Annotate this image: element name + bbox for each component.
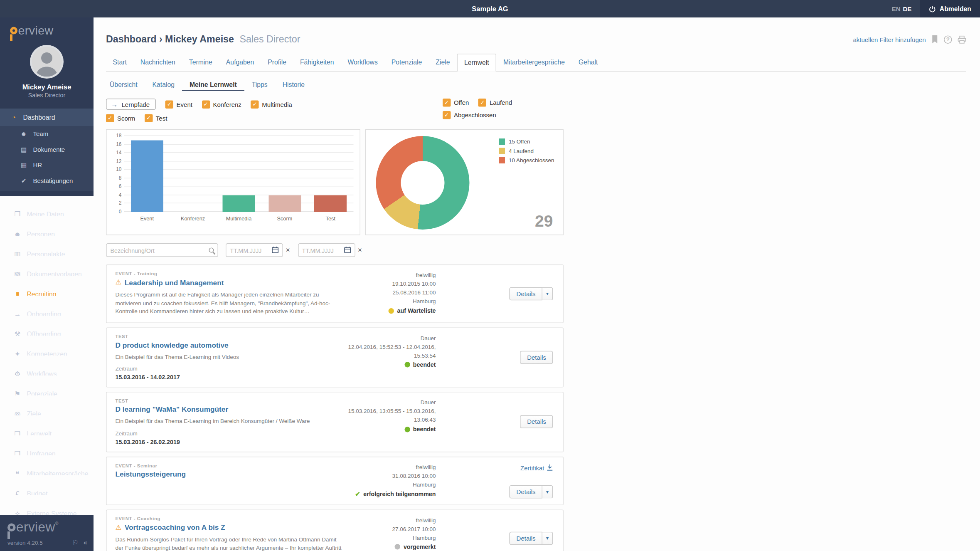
sidebar-item-potenziale[interactable]: ⚑ Potenziale bbox=[0, 376, 94, 395]
date-to-field[interactable] bbox=[298, 243, 355, 257]
tab-lernwelt[interactable]: Lernwelt bbox=[457, 54, 497, 72]
sidebar-item-workflows[interactable]: ⚙ Workflows bbox=[0, 356, 94, 376]
sidebar-item-mitarbeitergespraeche[interactable]: ❝ Mitarbeitergespräche bbox=[0, 455, 94, 475]
caret-down-icon[interactable]: ▾ bbox=[542, 287, 553, 300]
tab-start[interactable]: Start bbox=[106, 54, 133, 71]
subtab-uebersicht[interactable]: Übersicht bbox=[106, 78, 145, 91]
bar-chart-bars bbox=[124, 136, 354, 212]
course-title-link[interactable]: Leistungssteigerung bbox=[116, 470, 186, 477]
checkbox-abgeschlossen[interactable]: Abgeschlossen bbox=[443, 111, 496, 119]
details-button[interactable]: Details ▾ bbox=[510, 485, 553, 498]
tab-potenziale[interactable]: Potenziale bbox=[384, 54, 429, 71]
sidebar-item-lernwelt[interactable]: ❏ Lernwelt bbox=[0, 415, 94, 435]
meta-line: 27.06.2017 10:00 bbox=[311, 524, 436, 533]
page-subtitle: Sales Director bbox=[239, 34, 300, 45]
sidebar-item-bestaetigungen[interactable]: ✔ Bestätigungen bbox=[0, 173, 94, 189]
checkbox-checked-icon bbox=[478, 99, 487, 107]
tab-aufgaben[interactable]: Aufgaben bbox=[219, 54, 261, 71]
sidebar-item-dashboard[interactable]: ◔ Dashboard bbox=[0, 109, 94, 126]
sidebar-item-meine-daten[interactable]: ❒ Meine Daten bbox=[0, 196, 94, 216]
sidebar-item-dokumente[interactable]: ▤ Dokumente bbox=[0, 142, 94, 158]
details-button[interactable]: Details ▾ bbox=[510, 287, 553, 300]
sidebar-item-umfragen[interactable]: ❐ Umfragen bbox=[0, 435, 94, 455]
checkbox-konferenz[interactable]: Konferenz bbox=[202, 100, 241, 109]
checkbox-event[interactable]: Event bbox=[165, 100, 192, 109]
calendar-icon[interactable] bbox=[272, 245, 279, 256]
certificate-label[interactable]: Zertifikat bbox=[520, 465, 544, 472]
sidebar-item-label: Bestätigungen bbox=[33, 177, 73, 184]
lernwelt-subtabs: Übersicht Katalog Meine Lernwelt Tipps H… bbox=[106, 78, 966, 91]
details-label[interactable]: Details bbox=[510, 485, 542, 498]
hr-icon: ▦ bbox=[19, 162, 29, 169]
sidebar-item-onboarding[interactable]: → Onboarding bbox=[0, 296, 94, 316]
x-tick-label: Konferenz bbox=[170, 215, 216, 222]
team-icon: ☻ bbox=[19, 131, 29, 138]
caret-down-icon[interactable]: ▾ bbox=[542, 485, 553, 498]
date-from-input[interactable] bbox=[230, 247, 270, 254]
course-title-link[interactable]: D product knowledge automotive bbox=[116, 341, 229, 348]
subtab-katalog[interactable]: Katalog bbox=[145, 78, 182, 91]
tab-faehigkeiten[interactable]: Fähigkeiten bbox=[293, 54, 340, 71]
search-icon[interactable] bbox=[209, 248, 214, 253]
sidebar-item-hr[interactable]: ▦ HR bbox=[0, 157, 94, 173]
details-label[interactable]: Details bbox=[520, 351, 553, 364]
print-icon[interactable] bbox=[958, 35, 966, 44]
warning-icon: ⚠ bbox=[116, 278, 122, 287]
search-field[interactable] bbox=[106, 243, 218, 257]
checkbox-test[interactable]: Test bbox=[145, 114, 167, 123]
checkbox-multimedia[interactable]: Multimedia bbox=[251, 100, 292, 109]
tab-mitarbeitergespraeche[interactable]: Mitarbeitergespräche bbox=[497, 54, 572, 71]
clear-date-icon[interactable]: ✕ bbox=[357, 247, 362, 253]
sidebar-item-personalakte[interactable]: ▥ Personalakte bbox=[0, 236, 94, 256]
subtab-historie[interactable]: Historie bbox=[275, 78, 312, 91]
meta-line: 25.08.2016 11:00 bbox=[311, 288, 436, 297]
details-button[interactable]: Details bbox=[520, 351, 553, 364]
details-label[interactable]: Details bbox=[510, 532, 542, 545]
sidebar-item-kompetenzen[interactable]: ✦ Kompetenzen bbox=[0, 336, 94, 356]
add-filter-link[interactable]: aktuellen Filter hinzufügen bbox=[853, 36, 926, 43]
avatar[interactable] bbox=[30, 45, 64, 79]
bookmark-icon[interactable] bbox=[931, 35, 938, 44]
course-title-link[interactable]: Leadership und Management bbox=[125, 279, 224, 286]
sidebar-item-recruiting[interactable]: ▮ Recruiting bbox=[0, 276, 94, 296]
subtab-tipps[interactable]: Tipps bbox=[244, 78, 275, 91]
calendar-icon[interactable] bbox=[344, 245, 351, 256]
help-icon[interactable]: ? bbox=[944, 35, 952, 44]
date-from-field[interactable] bbox=[226, 243, 283, 257]
details-label[interactable]: Details bbox=[510, 287, 542, 300]
details-button[interactable]: Details bbox=[520, 415, 553, 429]
course-meta: freiwillig 27.06.2017 10:00 Hamburg vorg… bbox=[311, 516, 436, 551]
caret-down-icon[interactable]: ▾ bbox=[542, 532, 553, 545]
sidebar-item-externe-systeme[interactable]: ✧ Externe Systeme bbox=[0, 495, 94, 515]
lernpfade-button[interactable]: → Lernpfade bbox=[106, 99, 156, 110]
sidebar-item-dokumentvorlagen[interactable]: ▧ Dokumentvorlagen bbox=[0, 256, 94, 276]
course-title-link[interactable]: D learning "WaMa" Konsumgüter bbox=[116, 405, 229, 413]
sidebar-item-offboarding[interactable]: ⚒ Offboarding bbox=[0, 316, 94, 336]
tab-nachrichten[interactable]: Nachrichten bbox=[133, 54, 182, 71]
certificate-link[interactable]: Zertifikat bbox=[520, 464, 553, 472]
search-input[interactable] bbox=[111, 247, 207, 254]
sidebar-item-budget[interactable]: € Budget bbox=[0, 475, 94, 495]
checkbox-offen[interactable]: Offen bbox=[443, 99, 469, 107]
collapse-sidebar-icon[interactable]: « bbox=[84, 539, 87, 547]
details-button[interactable]: Details ▾ bbox=[510, 532, 553, 545]
tab-termine[interactable]: Termine bbox=[182, 54, 219, 71]
lang-en[interactable]: EN bbox=[892, 5, 901, 12]
sidebar-item-ziele[interactable]: ◎ Ziele bbox=[0, 395, 94, 415]
tab-profile[interactable]: Profile bbox=[261, 54, 293, 71]
sidebar-item-team[interactable]: ☻ Team bbox=[0, 126, 94, 142]
flag-small-icon[interactable]: ⚐ bbox=[72, 539, 79, 547]
clear-date-icon[interactable]: ✕ bbox=[286, 247, 290, 253]
tab-ziele[interactable]: Ziele bbox=[429, 54, 457, 71]
tab-gehalt[interactable]: Gehalt bbox=[572, 54, 605, 71]
course-title-link[interactable]: Vortragscoaching von A bis Z bbox=[125, 524, 225, 531]
bar-chart-ylabels: 024681012141618 bbox=[111, 136, 124, 212]
tab-workflows[interactable]: Workflows bbox=[341, 54, 384, 71]
subtab-meine-lernwelt[interactable]: Meine Lernwelt bbox=[182, 78, 244, 91]
date-to-input[interactable] bbox=[302, 247, 342, 254]
checkbox-scorm[interactable]: Scorm bbox=[106, 114, 135, 123]
checkbox-laufend[interactable]: Laufend bbox=[478, 99, 512, 107]
sidebar-item-personen[interactable]: ☻ Personen bbox=[0, 216, 94, 236]
x-tick-label: Event bbox=[124, 215, 170, 222]
details-label[interactable]: Details bbox=[520, 415, 553, 429]
